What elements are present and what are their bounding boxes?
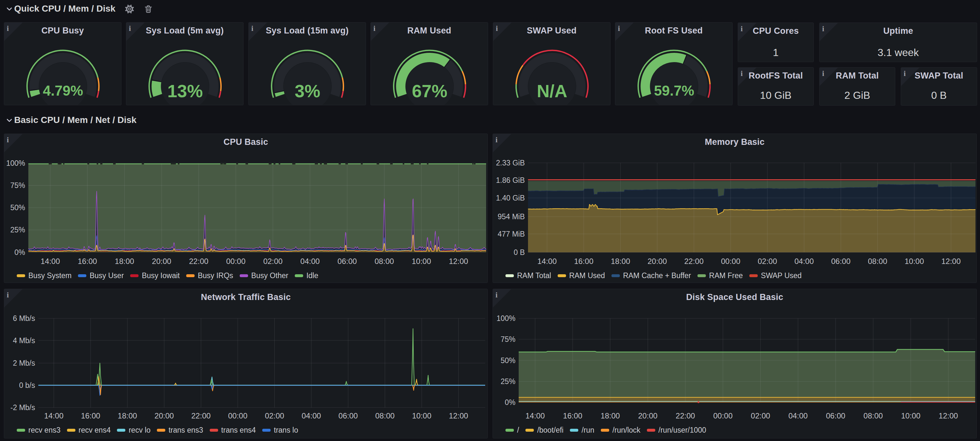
svg-text:16:00: 16:00	[78, 257, 97, 266]
svg-text:10:00: 10:00	[901, 411, 920, 420]
svg-text:12:00: 12:00	[449, 257, 468, 266]
svg-text:04:00: 04:00	[788, 411, 808, 420]
svg-text:2 Mb/s: 2 Mb/s	[13, 359, 35, 367]
svg-text:06:00: 06:00	[337, 257, 357, 266]
svg-text:477 MiB: 477 MiB	[498, 230, 525, 238]
svg-text:14:00: 14:00	[537, 257, 557, 266]
svg-text:25%: 25%	[501, 377, 515, 385]
svg-text:10:00: 10:00	[412, 411, 431, 420]
svg-text:16:00: 16:00	[81, 411, 100, 420]
svg-text:22:00: 22:00	[684, 257, 703, 266]
svg-text:08:00: 08:00	[375, 257, 394, 266]
svg-text:08:00: 08:00	[375, 411, 395, 420]
svg-text:12:00: 12:00	[449, 411, 468, 420]
svg-text:13%: 13%	[167, 81, 203, 101]
svg-text:10:00: 10:00	[412, 257, 431, 266]
svg-text:20:00: 20:00	[648, 257, 667, 266]
svg-text:16:00: 16:00	[574, 257, 593, 266]
svg-text:22:00: 22:00	[676, 411, 695, 420]
svg-text:59.7%: 59.7%	[654, 83, 694, 98]
svg-text:08:00: 08:00	[868, 257, 887, 266]
svg-text:4 Mb/s: 4 Mb/s	[13, 336, 35, 345]
svg-text:18:00: 18:00	[600, 411, 620, 420]
svg-text:16:00: 16:00	[563, 411, 582, 420]
svg-text:04:00: 04:00	[302, 411, 321, 420]
svg-text:75%: 75%	[501, 335, 515, 343]
svg-text:0%: 0%	[505, 398, 515, 406]
svg-text:1.86 GiB: 1.86 GiB	[496, 176, 525, 184]
svg-text:0%: 0%	[14, 248, 25, 257]
svg-text:02:00: 02:00	[263, 257, 283, 266]
svg-text:14:00: 14:00	[44, 411, 64, 420]
svg-text:20:00: 20:00	[638, 411, 657, 420]
svg-text:18:00: 18:00	[611, 257, 630, 266]
svg-text:50%: 50%	[10, 203, 25, 212]
svg-text:02:00: 02:00	[265, 411, 284, 420]
svg-text:06:00: 06:00	[831, 257, 851, 266]
svg-text:18:00: 18:00	[118, 411, 137, 420]
svg-text:12:00: 12:00	[941, 257, 961, 266]
svg-text:N/A: N/A	[537, 81, 567, 101]
svg-text:02:00: 02:00	[751, 411, 770, 420]
svg-text:1.40 GiB: 1.40 GiB	[496, 194, 525, 202]
svg-text:4.79%: 4.79%	[43, 83, 83, 98]
svg-text:10:00: 10:00	[905, 257, 924, 266]
svg-text:0 B: 0 B	[514, 248, 525, 257]
svg-text:2.33 GiB: 2.33 GiB	[496, 159, 525, 167]
svg-text:12:00: 12:00	[939, 411, 958, 420]
svg-text:-2 Mb/s: -2 Mb/s	[10, 403, 35, 412]
svg-text:06:00: 06:00	[339, 411, 358, 420]
svg-text:00:00: 00:00	[713, 411, 733, 420]
svg-text:14:00: 14:00	[41, 257, 60, 266]
svg-text:02:00: 02:00	[758, 257, 777, 266]
svg-text:14:00: 14:00	[525, 411, 545, 420]
svg-text:100%: 100%	[496, 314, 515, 322]
svg-text:08:00: 08:00	[863, 411, 883, 420]
svg-text:6 Mb/s: 6 Mb/s	[13, 314, 35, 322]
svg-text:50%: 50%	[501, 356, 515, 365]
svg-text:18:00: 18:00	[115, 257, 134, 266]
svg-text:20:00: 20:00	[152, 257, 172, 266]
svg-text:04:00: 04:00	[794, 257, 814, 266]
svg-text:04:00: 04:00	[300, 257, 320, 266]
svg-text:25%: 25%	[10, 226, 25, 234]
svg-text:06:00: 06:00	[826, 411, 845, 420]
svg-text:3%: 3%	[295, 81, 321, 101]
svg-text:22:00: 22:00	[189, 257, 208, 266]
svg-text:20:00: 20:00	[154, 411, 174, 420]
svg-text:100%: 100%	[6, 159, 25, 167]
svg-text:00:00: 00:00	[721, 257, 740, 266]
svg-text:00:00: 00:00	[228, 411, 247, 420]
svg-text:954 MiB: 954 MiB	[498, 213, 525, 221]
svg-text:75%: 75%	[10, 181, 25, 190]
svg-text:00:00: 00:00	[226, 257, 245, 266]
svg-text:0 b/s: 0 b/s	[19, 381, 35, 390]
svg-text:67%: 67%	[412, 81, 447, 101]
svg-text:22:00: 22:00	[191, 411, 211, 420]
